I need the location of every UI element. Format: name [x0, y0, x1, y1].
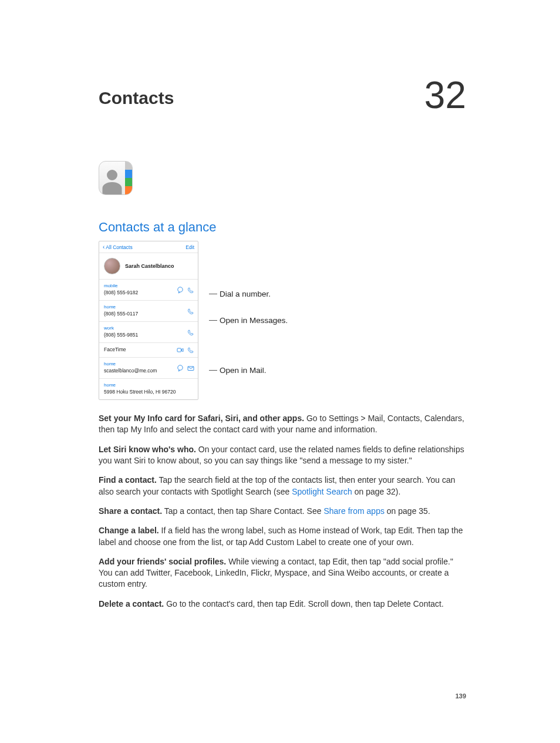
- avatar: [104, 258, 120, 274]
- paragraph: Find a contact. Tap the search field at …: [99, 475, 466, 497]
- paragraph: Set your My Info card for Safari, Siri, …: [99, 413, 466, 436]
- paragraph: Delete a contact. Go to the contact's ca…: [99, 599, 466, 610]
- paragraph: Add your friends' social profiles. While…: [99, 556, 466, 590]
- link-share-from-apps[interactable]: Share from apps: [323, 506, 384, 516]
- phone-icon[interactable]: [187, 329, 194, 336]
- field-value: scastelblanco@me.com: [104, 368, 157, 374]
- phone-icon[interactable]: [187, 308, 194, 315]
- svg-rect-1: [177, 348, 181, 352]
- phone-icon[interactable]: [187, 347, 194, 354]
- messages-icon[interactable]: [177, 365, 184, 372]
- phone-icon[interactable]: [187, 287, 194, 294]
- contact-name: Sarah Castelblanco: [125, 263, 174, 269]
- svg-point-0: [178, 287, 183, 291]
- back-button[interactable]: ‹ All Contacts: [103, 244, 133, 250]
- video-icon[interactable]: [177, 347, 184, 354]
- paragraph: Let Siri know who's who. On your contact…: [99, 444, 466, 467]
- field-work-phone[interactable]: work (808) 555-9851: [99, 322, 198, 343]
- field-home-phone[interactable]: home (808) 555-0117: [99, 301, 198, 322]
- field-value: (808) 555-0117: [104, 311, 138, 317]
- link-spotlight-search[interactable]: Spotlight Search: [292, 487, 352, 496]
- facetime-label: FaceTime: [104, 347, 126, 352]
- paragraph: Change a label. If a field has the wrong…: [99, 525, 466, 548]
- person-silhouette-icon: [99, 162, 125, 194]
- callout-dial: Dial a number.: [209, 290, 288, 298]
- field-label: work: [104, 325, 193, 331]
- callout-mail: Open in Mail.: [209, 366, 288, 375]
- field-label: home: [104, 304, 193, 310]
- section-heading: Contacts at a glance: [99, 220, 466, 235]
- chevron-left-icon: ‹: [103, 244, 104, 250]
- field-value: (808) 555-9851: [104, 332, 138, 338]
- field-label: home: [104, 382, 193, 388]
- chapter-number: 32: [424, 76, 466, 114]
- back-label: All Contacts: [106, 244, 132, 250]
- field-email[interactable]: home scastelblanco@me.com: [99, 358, 198, 379]
- paragraph: Share a contact. Tap a contact, then tap…: [99, 506, 466, 517]
- callout-messages: Open in Messages.: [209, 316, 288, 325]
- contacts-app-icon: [99, 161, 133, 195]
- field-value: (808) 555-9182: [104, 290, 138, 295]
- mail-icon[interactable]: [187, 365, 194, 372]
- page-number: 139: [456, 692, 466, 700]
- chapter-title: Contacts: [99, 88, 174, 108]
- field-mobile[interactable]: mobile (808) 555-9182: [99, 280, 198, 301]
- field-value: 5998 Hoku Street Hilo, HI 96720: [104, 389, 176, 395]
- svg-point-2: [178, 365, 183, 369]
- field-facetime[interactable]: FaceTime: [99, 343, 198, 358]
- field-address[interactable]: home 5998 Hoku Street Hilo, HI 96720: [99, 379, 198, 399]
- contact-card-screenshot: ‹ All Contacts Edit Sarah Castelblanco m…: [99, 241, 198, 400]
- messages-icon[interactable]: [177, 287, 184, 294]
- edit-button[interactable]: Edit: [185, 244, 194, 250]
